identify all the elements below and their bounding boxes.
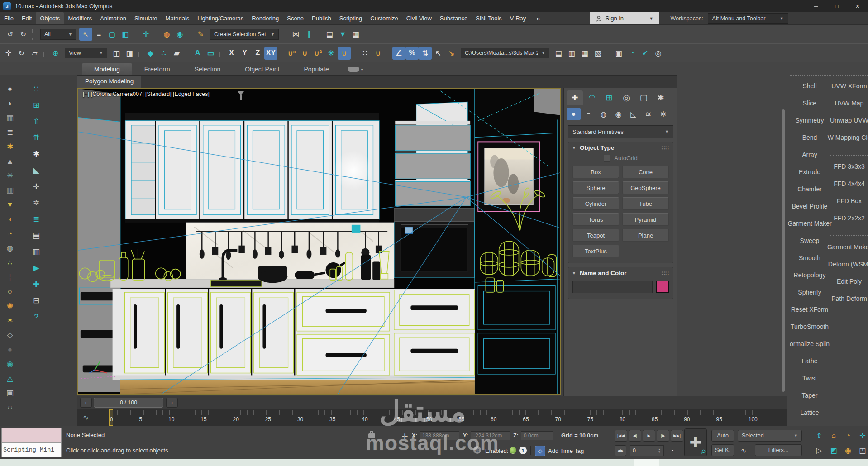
select-and-move-icon[interactable]: ✛ (2, 47, 15, 60)
separator[interactable] (43, 48, 47, 58)
primitive-button[interactable]: Teapot (572, 229, 619, 242)
ribbon-capsule-icon[interactable] (348, 67, 359, 72)
align-text-icon[interactable]: A (191, 47, 204, 60)
viewport-canvas[interactable]: x (78, 89, 560, 394)
sini-dome-icon[interactable]: ◗ (3, 97, 17, 110)
measure-distance-icon[interactable]: ▭ (204, 47, 217, 60)
tool-tray-icon[interactable]: ⊟ (29, 294, 43, 307)
snap-frozen-icon[interactable]: ✳ (324, 47, 338, 60)
utilities-tab-icon[interactable]: ✱ (653, 90, 669, 105)
time-slider[interactable]: 0 / 100 (94, 398, 163, 408)
set-key-button[interactable]: Set K. (711, 444, 734, 456)
separator[interactable] (138, 48, 142, 58)
play-button[interactable]: ▶ (643, 430, 655, 442)
use-pivot-center-icon[interactable]: ◨ (123, 47, 136, 60)
primitive-button[interactable]: Cone (622, 166, 669, 178)
redo-icon[interactable]: ↻ (17, 28, 30, 41)
motion-tab-icon[interactable]: ◎ (618, 90, 634, 105)
modifier-button[interactable]: FFD 2x2x2 (834, 213, 864, 223)
tool-boxes-icon[interactable]: ⊞ (29, 99, 43, 112)
menu-item[interactable]: Lighting/Cameras (193, 12, 248, 24)
hierarchy-tab-icon[interactable]: ⊞ (601, 90, 617, 105)
modifier-button[interactable]: W Mapping Cle (828, 132, 868, 143)
sini-box-icon[interactable]: ▦ (3, 111, 17, 124)
mini-curve-editor-icon[interactable]: ∿ (83, 413, 89, 422)
select-and-place-icon[interactable]: ⊕ (49, 47, 62, 60)
separator[interactable] (387, 48, 390, 58)
rect-selection-region-icon[interactable]: ▢ (105, 28, 119, 41)
sini-darksphere-icon[interactable]: ● (3, 343, 17, 356)
object-color-swatch[interactable] (656, 281, 669, 293)
select-object-icon[interactable]: ↖ (79, 28, 92, 41)
ribbon-tab[interactable]: Populate (291, 63, 341, 75)
primitive-button[interactable]: TextPlus (572, 245, 619, 257)
primitive-button[interactable]: Torus (572, 213, 619, 226)
angle-snap-icon[interactable]: ∠ (392, 47, 405, 60)
x-coord-field[interactable]: 138.888cm (420, 431, 459, 440)
modifier-button[interactable]: Array (802, 149, 817, 160)
sini-diamond-icon[interactable]: ◇ (3, 328, 17, 342)
tool-people-icon[interactable]: ∷ (29, 82, 43, 95)
ribbon-tab[interactable]: Object Paint (233, 63, 291, 75)
axis-xy-button[interactable]: XY (264, 47, 277, 60)
sini-panel-icon[interactable]: ▣ (3, 386, 17, 399)
separator[interactable] (280, 48, 283, 58)
shapes-category-icon[interactable]: ◓ (582, 108, 596, 120)
menu-overflow-chevrons[interactable]: » (530, 12, 546, 24)
sini-pie-icon[interactable]: ◔ (3, 227, 17, 240)
listener-macro-row[interactable] (2, 428, 61, 443)
modifier-button[interactable]: TurboSmooth (791, 321, 829, 332)
menu-item[interactable]: Customize (366, 12, 402, 24)
viewport[interactable]: [+] [Corona Camera007] [Standard] [Edged… (77, 88, 561, 395)
modifier-button[interactable]: Sweep (800, 235, 820, 246)
render-production-icon[interactable]: ◎ (652, 47, 665, 60)
menu-item[interactable]: Materials (162, 12, 194, 24)
soft-selection-icon[interactable]: ∴ (157, 47, 170, 60)
menu-item[interactable]: Simulate (130, 12, 162, 24)
sini-pyramid-icon[interactable]: △ (3, 372, 17, 385)
modifier-button[interactable]: FFD 3x3x3 (834, 161, 864, 172)
primitive-button[interactable]: Sphere (572, 181, 619, 194)
modifier-button[interactable]: UVW Map (835, 98, 864, 109)
menu-item[interactable]: Objects (36, 12, 64, 24)
separator[interactable] (607, 48, 610, 58)
tool-cross-icon[interactable]: ✛ (29, 180, 43, 193)
maxscript-mini-listener[interactable]: Scripting Mini (1, 428, 62, 457)
set-keys-button[interactable]: ✚ ⚲ (684, 428, 707, 456)
menu-item[interactable]: File (0, 12, 18, 24)
modifier-button[interactable]: Symmetry (796, 115, 824, 126)
track-bar[interactable]: ∿ 05101520253035404550556065707580859095… (77, 409, 787, 426)
key-mode-toggle[interactable]: ◀▶ (615, 445, 626, 456)
autogrid-checkbox[interactable] (604, 155, 610, 162)
isolate-selection-icon[interactable]: ◍ (473, 446, 481, 454)
space-warps-category-icon[interactable]: ≋ (641, 108, 655, 120)
sini-ball-icon[interactable]: ◌ (3, 401, 17, 414)
select-by-name-icon[interactable]: ≡ (92, 28, 105, 41)
systems-category-icon[interactable]: ✲ (656, 108, 670, 120)
go-to-start-button[interactable]: |◀◀ (615, 430, 627, 442)
lights-category-icon[interactable]: ◍ (596, 108, 610, 120)
add-time-tag-label[interactable]: Add Time Tag (548, 447, 584, 454)
modifier-button[interactable]: FFD Box (837, 195, 862, 206)
menu-item[interactable]: Scripting (335, 12, 367, 24)
sini-bulb-icon[interactable]: ○ (3, 285, 17, 298)
tool-play-icon[interactable]: ▶ (29, 262, 43, 275)
undo-icon[interactable]: ↺ (4, 28, 17, 41)
snaps-pivot-icon[interactable]: ✛ (139, 28, 153, 41)
snap-toggle-icon[interactable]: ∪ (298, 47, 311, 60)
menu-item[interactable]: Rendering (248, 12, 283, 24)
modify-tab-icon[interactable]: ◠ (584, 90, 600, 105)
separator[interactable] (134, 29, 137, 40)
modifier-button[interactable]: Extrude (799, 166, 820, 177)
modifier-button[interactable]: Twist (802, 373, 817, 384)
modifier-button[interactable]: Retopology (794, 270, 826, 281)
workspace-dropdown[interactable]: Alt Menu and Toolbar ▼ (708, 13, 788, 24)
prev-frame-button[interactable]: ◀| (629, 430, 641, 442)
maxscript-editor-icon[interactable]: ✎ (194, 28, 207, 41)
tool-stack-icon[interactable]: ▥ (29, 245, 43, 258)
sini-list-icon[interactable]: ≣ (3, 126, 17, 139)
render-frame-window-icon[interactable]: ◔ (625, 47, 639, 60)
sini-half-icon[interactable]: ◖ (3, 213, 17, 226)
viewport-label[interactable]: [+] [Corona Camera007] [Standard] [Edged… (83, 91, 210, 97)
tool-list-icon[interactable]: ≣ (29, 213, 43, 226)
